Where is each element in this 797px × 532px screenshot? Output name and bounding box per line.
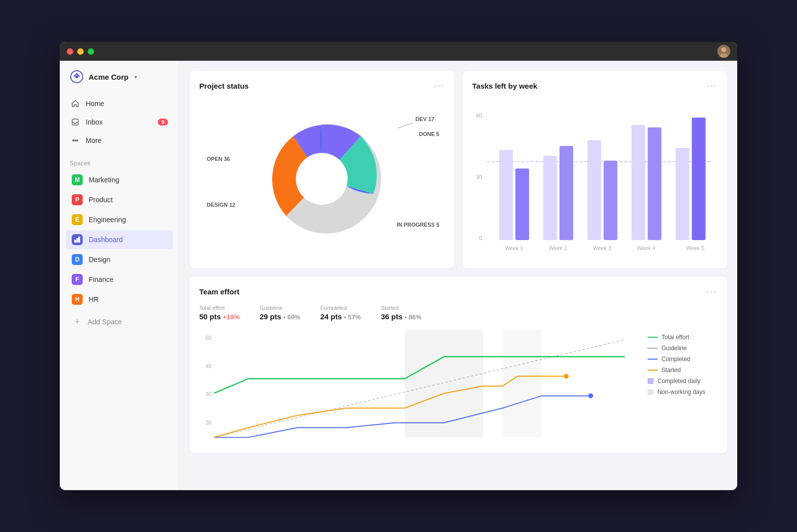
svg-rect-9: [77, 238, 78, 243]
legend-started-label: Started: [662, 367, 681, 374]
svg-point-0: [721, 47, 726, 52]
svg-text:30: 30: [206, 391, 212, 397]
team-effort-card: Team effort ··· Total effort 50 pts +19%…: [189, 276, 727, 453]
legend-guideline-line: [648, 348, 658, 349]
team-effort-header: Team effort ···: [199, 286, 717, 297]
bar-chart-svg: 60 30 0: [472, 99, 717, 259]
svg-point-5: [73, 140, 74, 141]
space-marketing-label: Marketing: [89, 176, 119, 184]
space-design-avatar: D: [72, 254, 83, 265]
brand-logo-icon: [70, 70, 84, 84]
svg-rect-17: [499, 150, 513, 240]
legend-completed-daily-box: [648, 378, 654, 384]
svg-text:60: 60: [476, 113, 482, 119]
legend-non-working: Non-working days: [648, 389, 717, 396]
add-space-icon: +: [72, 316, 83, 327]
svg-text:Week 3: Week 3: [593, 245, 611, 251]
add-space-button[interactable]: + Add Space: [66, 312, 173, 331]
effort-stats: Total effort 50 pts +19% Guideline 29 pt…: [199, 305, 717, 321]
space-product-avatar: P: [72, 194, 83, 205]
svg-point-3: [75, 75, 78, 78]
stat-total-effort: Total effort 50 pts +19%: [199, 305, 240, 321]
avatar[interactable]: [717, 45, 730, 58]
app-body: Acme Corp ▾ Home: [60, 61, 737, 490]
legend-non-working-box: [648, 389, 654, 395]
svg-point-1: [720, 53, 728, 58]
team-effort-title: Team effort: [199, 287, 240, 296]
space-hr-label: HR: [89, 295, 99, 303]
svg-rect-26: [692, 118, 706, 240]
inbox-icon: [71, 118, 80, 127]
pie-label-dev: DEV 17: [415, 114, 434, 123]
space-dashboard[interactable]: Dashboard: [66, 230, 173, 249]
svg-point-39: [588, 394, 593, 399]
stat-guideline-pct: • 69%: [283, 313, 300, 321]
svg-text:40: 40: [206, 363, 212, 369]
space-finance[interactable]: F Finance: [66, 270, 173, 289]
app-window: Acme Corp ▾ Home: [60, 42, 737, 490]
space-marketing[interactable]: M Marketing: [66, 170, 173, 189]
space-dashboard-avatar: [72, 234, 83, 245]
svg-rect-24: [648, 128, 662, 240]
effort-body: 50 40 30 20: [199, 329, 717, 443]
svg-rect-25: [675, 148, 689, 240]
space-product[interactable]: P Product: [66, 190, 173, 209]
spaces-section-label: Spaces: [60, 152, 179, 170]
space-design-label: Design: [89, 256, 111, 264]
minimize-button[interactable]: [77, 48, 84, 55]
team-effort-menu[interactable]: ···: [707, 286, 717, 297]
svg-text:Week 2: Week 2: [549, 245, 567, 251]
legend-started: Started: [648, 367, 717, 374]
pie-label-design: DESIGN 12: [207, 200, 235, 209]
svg-rect-4: [72, 119, 78, 125]
space-hr[interactable]: H HR: [66, 290, 173, 309]
project-status-menu[interactable]: ···: [434, 81, 444, 91]
svg-text:Week 5: Week 5: [686, 245, 704, 251]
legend-guideline-label: Guideline: [662, 345, 687, 352]
stat-total-value: 50 pts: [199, 312, 221, 321]
space-engineering-label: Engineering: [89, 216, 126, 224]
svg-rect-23: [632, 125, 646, 240]
svg-rect-21: [587, 140, 601, 240]
space-product-label: Product: [89, 196, 113, 204]
space-engineering[interactable]: E Engineering: [66, 210, 173, 229]
legend-total-effort-line: [648, 337, 658, 338]
project-status-title: Project status: [199, 82, 249, 90]
line-chart-svg: 50 40 30 20: [199, 329, 640, 443]
project-status-header: Project status ···: [199, 81, 444, 91]
svg-rect-22: [604, 161, 618, 240]
bar-chart-area: 60 30 0: [472, 99, 717, 259]
space-finance-avatar: F: [72, 274, 83, 285]
svg-text:30: 30: [476, 174, 482, 180]
close-button[interactable]: [67, 48, 73, 55]
pie-chart-svg: [252, 109, 392, 249]
pie-label-inprogress: IN PROGRESS 5: [397, 220, 439, 229]
home-icon: [71, 99, 80, 108]
stat-guideline-label: Guideline: [260, 305, 300, 311]
nav-home[interactable]: Home: [66, 95, 173, 113]
svg-text:0: 0: [479, 235, 482, 241]
nav-more[interactable]: More: [66, 132, 173, 149]
legend-completed-line: [648, 359, 658, 360]
space-dashboard-label: Dashboard: [89, 236, 123, 244]
svg-rect-37: [503, 330, 542, 437]
svg-text:20: 20: [206, 419, 212, 425]
svg-rect-10: [78, 237, 80, 243]
charts-row: Project status ···: [189, 71, 727, 268]
svg-text:Week 4: Week 4: [637, 245, 655, 251]
tasks-menu[interactable]: ···: [707, 81, 717, 91]
legend-total-effort: Total effort: [648, 334, 717, 341]
maximize-button[interactable]: [88, 48, 94, 55]
pie-label-done: DONE 5: [419, 129, 439, 138]
brand-button[interactable]: Acme Corp ▾: [60, 61, 179, 93]
stat-started-label: Started: [381, 305, 422, 311]
stat-completed-value: 24 pts: [320, 312, 342, 321]
nav-inbox[interactable]: Inbox 9: [66, 113, 173, 131]
line-chart-area: 50 40 30 20: [199, 329, 640, 443]
stat-completed: Completed 24 pts • 57%: [320, 305, 361, 321]
svg-point-7: [77, 140, 78, 141]
space-finance-label: Finance: [89, 275, 114, 283]
svg-rect-36: [405, 330, 483, 437]
legend-non-working-label: Non-working days: [658, 389, 705, 396]
space-design[interactable]: D Design: [66, 250, 173, 269]
